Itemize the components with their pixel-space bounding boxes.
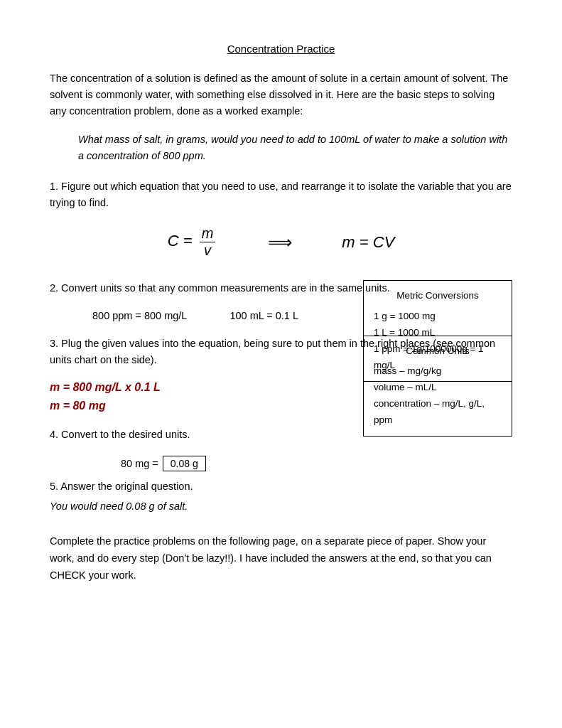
- step4-value: 80 mg =: [121, 458, 158, 469]
- intro-text: The concentration of a solution is defin…: [50, 70, 512, 120]
- answer-box: 0.08 g: [163, 456, 206, 471]
- step2-label: 2. Convert units so that any common meas…: [50, 282, 390, 294]
- arrow-symbol: ⟹: [268, 232, 292, 252]
- closing-text: Complete the practice problems on the fo…: [50, 533, 512, 584]
- example-question: What mass of salt, in grams, would you n…: [78, 132, 512, 164]
- metric-box-title: Metric Conversions: [374, 288, 502, 304]
- step5-label: 5. Answer the original question.: [50, 481, 193, 492]
- step2-container: 2. Convert units so that any common meas…: [50, 280, 512, 321]
- common-units-box: Common Units mass – mg/g/kg volume – mL/…: [363, 336, 512, 437]
- step1: 1. Figure out which equation that you ne…: [50, 178, 512, 211]
- page-title: Concentration Practice: [50, 43, 512, 55]
- step1-label: 1. Figure out which equation that you ne…: [50, 181, 512, 208]
- conversion2: 100 mL = 0.1 L: [229, 310, 298, 321]
- step3-container: 3. Plug the given values into the equati…: [50, 336, 512, 412]
- common-units-line1: mass – mg/g/kg: [374, 363, 502, 380]
- common-units-title: Common Units: [374, 343, 502, 360]
- step5-answer: You would need 0.08 g of salt.: [50, 500, 512, 512]
- conversion1: 800 ppm = 800 mg/L: [92, 310, 187, 321]
- common-units-line3: concentration – mg/L, g/L, ppm: [374, 396, 502, 429]
- metric-line1: 1 g = 1000 mg: [374, 309, 502, 325]
- equation-right: m = CV: [342, 233, 394, 252]
- convert-units-row: 80 mg = 0.08 g: [121, 456, 512, 471]
- step5: 5. Answer the original question.: [50, 478, 512, 495]
- step4-label: 4. Convert to the desired units.: [50, 429, 190, 440]
- equation-area: C = m v ⟹ m = CV: [50, 225, 512, 259]
- page: Concentration Practice The concentration…: [0, 0, 562, 728]
- common-units-line2: volume – mL/L: [374, 380, 502, 396]
- equation-left: C = m v: [168, 225, 219, 259]
- fraction: m v: [200, 225, 216, 259]
